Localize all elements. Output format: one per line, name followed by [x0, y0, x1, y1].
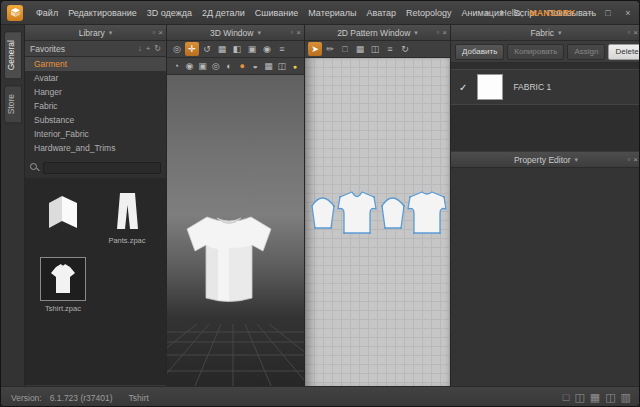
library-header[interactable]: Library ▾ ▫ ×	[25, 25, 166, 41]
delete-unused-button[interactable]: Delete Unused	[608, 44, 640, 60]
app-logo-icon[interactable]	[7, 5, 23, 21]
property-editor-header[interactable]: Property Editor ▾ ▫ ×	[451, 152, 640, 168]
measure-tool-icon[interactable]: ▣	[245, 42, 259, 56]
pin-tool-icon[interactable]: ▦	[215, 42, 229, 56]
render-icon[interactable]: ◉	[260, 42, 274, 56]
refresh-icon[interactable]: ↻	[154, 44, 161, 53]
add-fabric-button[interactable]: Добавить	[455, 44, 504, 60]
grid-toggle-icon[interactable]: ▦	[353, 42, 367, 56]
fabric-header[interactable]: Fabric ▾ ▫ ×	[451, 25, 640, 41]
toolbar-menu-icon[interactable]: ≡	[383, 42, 397, 56]
caret-down-icon[interactable]: ▾	[257, 29, 261, 37]
caret-down-icon[interactable]: ▾	[109, 29, 113, 37]
menu-file[interactable]: Файл	[31, 1, 63, 25]
fabric-swatch[interactable]	[477, 74, 503, 100]
add-icon[interactable]: +	[146, 44, 151, 53]
category-fabric[interactable]: Fabric	[25, 99, 166, 113]
pattern-pieces[interactable]	[307, 186, 449, 244]
show-mesh-icon[interactable]: ▦	[262, 59, 274, 73]
close-icon[interactable]: ×	[633, 156, 638, 164]
category-hanger[interactable]: Hanger	[25, 85, 166, 99]
version-label: Version:	[11, 393, 42, 403]
pants-thumbnail	[109, 190, 145, 232]
edit-pattern-icon[interactable]: ✏	[323, 42, 337, 56]
category-garment[interactable]: Garment	[25, 57, 166, 71]
close-icon[interactable]: ×	[621, 8, 635, 18]
maximize-icon[interactable]: □	[601, 8, 615, 18]
show-pressure-icon[interactable]: ◒	[249, 59, 261, 73]
undock-icon[interactable]: ▫	[290, 29, 293, 37]
texture-editor-icon[interactable]: ◫	[368, 42, 382, 56]
3d-window-header[interactable]: 3D Window ▾ ▫ ×	[167, 25, 304, 41]
layout-single-icon[interactable]: □	[563, 392, 570, 403]
floor-grid	[167, 324, 304, 386]
pan-tool-icon[interactable]: ◎	[170, 42, 184, 56]
move-tool-icon[interactable]: ✛	[185, 42, 199, 56]
sync-icon[interactable]: ↻	[398, 42, 412, 56]
category-hardware-and-trims[interactable]: Hardware_and_Trims	[25, 141, 166, 155]
undock-icon[interactable]: ▫	[152, 29, 155, 37]
menu-materials[interactable]: Материалы	[303, 1, 361, 25]
version-value: 6.1.723 (r37401)	[50, 393, 113, 403]
layout-rows-icon[interactable]: ▥	[621, 392, 631, 403]
tab-general[interactable]: General	[4, 31, 22, 79]
show-bounding-icon[interactable]: ◐	[223, 59, 235, 73]
show-dummy-icon[interactable]: ▣	[196, 59, 208, 73]
tshirt-3d-model[interactable]	[173, 203, 285, 315]
show-avatar-icon[interactable]: ◔	[170, 59, 182, 73]
2d-pattern-canvas[interactable]	[305, 58, 450, 386]
light-indicator-icon[interactable]: ●	[289, 59, 301, 73]
sewing-tool-icon[interactable]: ◧	[230, 42, 244, 56]
menu-2d-patterns[interactable]: 2Д детали	[197, 1, 250, 25]
check-icon[interactable]: ✓	[459, 82, 467, 93]
menu-avatar[interactable]: Аватар	[361, 1, 401, 25]
caret-down-icon[interactable]: ▾	[558, 29, 562, 37]
layout-grid-icon[interactable]: ▦	[590, 392, 600, 403]
undock-icon[interactable]: ▫	[627, 156, 630, 164]
3d-toolbar-row-2: ◔ ◉ ▣ ◎ ◐ ● ◒ ▦ ◫ ●	[167, 58, 304, 75]
undock-icon[interactable]: ▫	[627, 29, 630, 37]
category-substance[interactable]: Substance	[25, 113, 166, 127]
caret-down-icon[interactable]: ▾	[575, 156, 579, 164]
library-item-folder[interactable]	[31, 189, 95, 257]
2d-window-header[interactable]: 2D Pattern Window ▾ ▫ ×	[305, 25, 450, 41]
library-search-input[interactable]	[43, 162, 161, 174]
simulate-icon[interactable]: ●	[236, 59, 248, 73]
rotate-view-icon[interactable]: ↺	[200, 42, 214, 56]
show-garment-icon[interactable]: ◉	[183, 59, 195, 73]
menu-3d-garment[interactable]: 3D одежда	[142, 1, 197, 25]
close-icon[interactable]: ×	[633, 29, 638, 37]
library-item-pants[interactable]: Pants.zpac	[95, 189, 159, 257]
chevrons-icon[interactable]: »	[480, 8, 494, 18]
library-panel: Library ▾ ▫ × Favorites ↓ + ↻ Garment Av…	[25, 25, 167, 386]
toolbar-menu-icon[interactable]: ≡	[275, 42, 289, 56]
category-interior-fabric[interactable]: Interior_Fabric	[25, 127, 166, 141]
fabric-list-item[interactable]: ✓ FABRIC 1	[451, 69, 640, 105]
tab-store[interactable]: Store	[4, 85, 22, 123]
menu-retopology[interactable]: Retopology	[401, 1, 457, 25]
layout-columns-icon[interactable]: ◫	[605, 392, 615, 403]
download-icon[interactable]: ↓	[138, 44, 142, 53]
property-editor-title: Property Editor	[514, 155, 571, 165]
close-icon[interactable]: ×	[442, 29, 447, 37]
tshirt-thumbnail	[45, 262, 81, 296]
3d-viewport[interactable]	[167, 75, 304, 386]
close-icon[interactable]: ×	[158, 29, 163, 37]
library-item-tshirt[interactable]: Tshirt.zpac	[31, 257, 95, 325]
show-texture-icon[interactable]: ◫	[276, 59, 288, 73]
category-avatar[interactable]: Avatar	[25, 71, 166, 85]
layout-split-icon[interactable]: ◫	[574, 392, 584, 403]
caret-down-icon[interactable]: ▾	[414, 29, 418, 37]
menu-sewing[interactable]: Сшивание	[250, 1, 303, 25]
rectangle-tool-icon[interactable]: □	[338, 42, 352, 56]
transform-pattern-icon[interactable]: ➤	[308, 42, 322, 56]
menu-edit[interactable]: Редактирование	[63, 1, 142, 25]
minimize-icon[interactable]: —	[581, 8, 595, 18]
show-arrangement-icon[interactable]: ◎	[210, 59, 222, 73]
close-icon[interactable]: ×	[296, 29, 301, 37]
username-label[interactable]: MANSORY	[529, 8, 575, 18]
assign-fabric-button[interactable]: Assign	[567, 44, 605, 60]
copy-fabric-button[interactable]: Копировать	[507, 44, 564, 60]
menu-bar: Файл Редактирование 3D одежда 2Д детали …	[1, 1, 640, 25]
undock-icon[interactable]: ▫	[436, 29, 439, 37]
